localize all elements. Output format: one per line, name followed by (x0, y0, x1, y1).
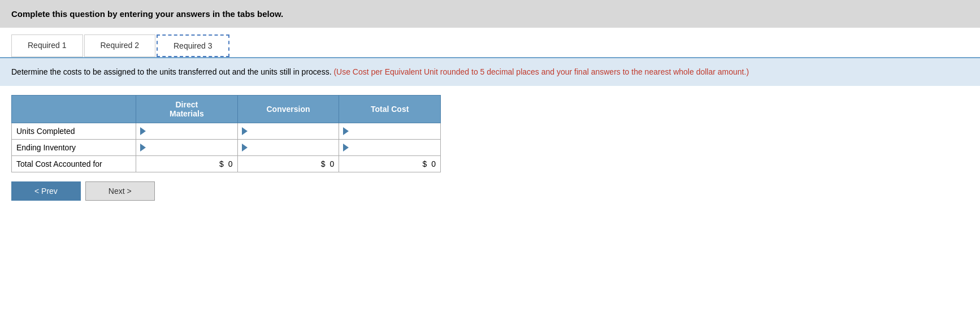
table-row-total: Total Cost Accounted for $ 0 $ 0 $ (12, 156, 441, 172)
col-header-direct-materials: DirectMaterials (136, 96, 238, 123)
cell-units-completed-conv (237, 123, 339, 140)
col-header-conversion: Conversion (237, 96, 339, 123)
input-ending-inventory-conv[interactable] (266, 143, 334, 152)
arrow-icon-conv-1 (242, 127, 248, 135)
cell-units-completed-dm (136, 123, 238, 140)
input-units-completed-conv[interactable] (266, 127, 334, 136)
tab-required-1[interactable]: Required 1 (11, 34, 83, 57)
row-label-ending-inventory: Ending Inventory (12, 140, 136, 156)
table-row: Ending Inventory (12, 140, 441, 156)
row-label-units-completed: Units Completed (12, 123, 136, 140)
arrow-icon-conv-2 (242, 144, 248, 151)
arrow-icon-dm-1 (140, 127, 146, 135)
cell-ending-inv-total (339, 140, 441, 156)
col-header-label (12, 96, 136, 123)
instruction-main: Determine the costs to be assigned to th… (11, 67, 333, 76)
input-units-completed-dm[interactable] (165, 127, 233, 136)
tab-required-3[interactable]: Required 3 (157, 34, 229, 57)
arrow-icon-dm-2 (140, 144, 146, 151)
cell-total-conv: $ 0 (237, 156, 339, 172)
cell-total-total: $ 0 (339, 156, 441, 172)
total-total-value: 0 (431, 159, 436, 168)
header-text: Complete this question by entering your … (11, 9, 283, 19)
instruction-red: (Use Cost per Equivalent Unit rounded to… (333, 67, 749, 76)
prev-button[interactable]: < Prev (11, 181, 81, 201)
input-ending-inventory-dm[interactable] (165, 143, 233, 152)
arrow-icon-total-2 (343, 144, 349, 151)
total-dm-value: 0 (228, 159, 233, 168)
cell-ending-inv-dm (136, 140, 238, 156)
tabs-container: Required 1 Required 2 Required 3 (0, 28, 980, 58)
next-button[interactable]: Next > (85, 181, 155, 201)
col-header-total-cost: Total Cost (339, 96, 441, 123)
cell-total-dm: $ 0 (136, 156, 238, 172)
table-container: DirectMaterials Conversion Total Cost Un… (0, 86, 980, 181)
dollar-sign-conv: $ (321, 159, 326, 168)
dollar-sign-total: $ (422, 159, 427, 168)
total-conv-value: 0 (330, 159, 335, 168)
input-ending-inventory-total[interactable] (368, 143, 436, 152)
page-header: Complete this question by entering your … (0, 0, 980, 28)
table-row: Units Completed (12, 123, 441, 140)
cost-table: DirectMaterials Conversion Total Cost Un… (11, 95, 441, 172)
instruction-area: Determine the costs to be assigned to th… (0, 58, 980, 86)
input-units-completed-total[interactable] (368, 127, 436, 136)
dollar-sign-dm: $ (219, 159, 224, 168)
row-label-total-cost: Total Cost Accounted for (12, 156, 136, 172)
cell-ending-inv-conv (237, 140, 339, 156)
arrow-icon-total-1 (343, 127, 349, 135)
bottom-buttons: < Prev Next > (0, 181, 980, 210)
tab-required-2[interactable]: Required 2 (84, 34, 156, 57)
cell-units-completed-total (339, 123, 441, 140)
